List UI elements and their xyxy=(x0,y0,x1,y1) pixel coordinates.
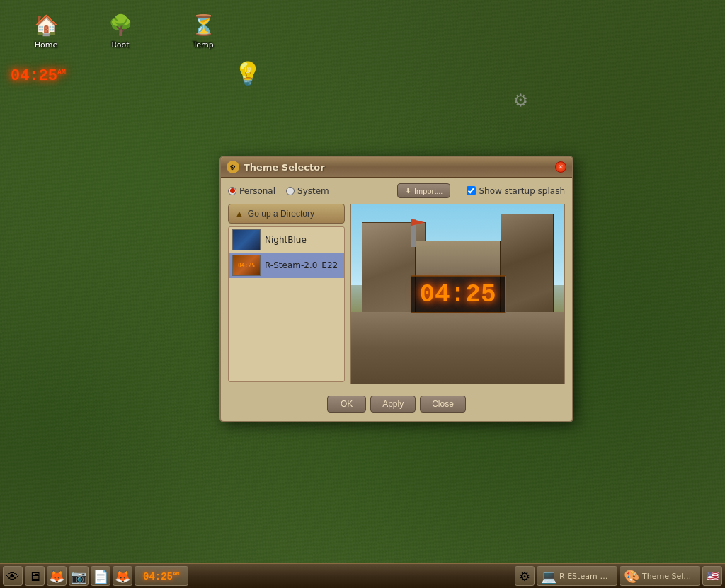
temp-icon-label: Temp xyxy=(193,40,213,50)
system-radio[interactable] xyxy=(286,187,295,195)
theme-thumbnail-rsteam: 04:25 xyxy=(232,255,261,276)
theme-list-panel: ▲ Go up a Directory NightBlue 04:25 xyxy=(228,204,345,384)
taskbar-firefox-item[interactable]: 🦊 xyxy=(47,566,67,586)
personal-radio-label: Personal xyxy=(239,186,275,196)
dialog-options-row: Personal System ⬇ Import... Show startup… xyxy=(228,183,565,198)
dialog-content: Personal System ⬇ Import... Show startup… xyxy=(221,178,572,421)
theme-thumbnail-nightblue xyxy=(232,229,261,250)
taskbar-eye-item[interactable]: 👁 xyxy=(3,566,23,586)
dialog-titlebar: ⚙ Theme Selector ✕ xyxy=(221,157,572,178)
desktop-icon-home[interactable]: 🏠 Home xyxy=(21,11,71,50)
show-splash-checkbox[interactable] xyxy=(467,186,476,195)
taskbar-camera-icon: 📷 xyxy=(71,569,86,584)
dialog-title: Theme Selector xyxy=(244,162,555,173)
desktop-clock: 04:25AM xyxy=(11,67,66,85)
root-icon-label: Root xyxy=(112,40,130,50)
taskbar: 👁 🖥 🦊 📷 📄 🦊 04:25AM ⚙ 💻 R xyxy=(0,563,725,588)
show-splash-label: Show startup splash xyxy=(479,186,565,196)
gear-gadget-icon: ⚙️ xyxy=(513,91,528,110)
arrow-up-icon: ▲ xyxy=(234,208,244,219)
preview-image: 04:25 xyxy=(350,204,565,384)
theme-selector-dialog: ⚙ Theme Selector ✕ Personal System ⬇ Imp… xyxy=(219,156,573,422)
taskbar-doc-icon: 📄 xyxy=(93,569,108,584)
root-icon: 🌳 xyxy=(106,11,135,39)
desktop-icon-root[interactable]: 🌳 Root xyxy=(96,11,145,50)
preview-panel: 04:25 xyxy=(350,204,565,384)
desktop: 🏠 Home 🌳 Root ⏳ Temp 04:25AM 💡 ⚙️ ⚙ Them… xyxy=(0,0,725,588)
taskbar-screen-icon: 🖥 xyxy=(28,569,41,584)
theme-item-rsteam[interactable]: 04:25 R-Steam-2.0_E22 xyxy=(229,253,344,278)
taskbar-firefox2-icon: 🦊 xyxy=(115,569,130,584)
taskbar-screen-item[interactable]: 🖥 xyxy=(25,566,45,586)
taskbar-theme-item[interactable]: 🎨 Theme Sele... xyxy=(620,566,700,586)
show-splash-option: Show startup splash xyxy=(467,186,565,196)
taskbar-clock: 04:25AM xyxy=(139,570,184,582)
temp-icon: ⏳ xyxy=(189,11,217,39)
taskbar-eye-icon: 👁 xyxy=(6,569,19,584)
theme-item-nightblue[interactable]: NightBlue xyxy=(229,227,344,253)
personal-radio[interactable] xyxy=(228,187,236,195)
taskbar-rsteam-item[interactable]: 💻 R-ESteam-E2... xyxy=(537,566,617,586)
dialog-close-button[interactable]: ✕ xyxy=(555,161,566,173)
taskbar-flag-icon: 🇺🇸 xyxy=(707,570,719,582)
home-icon-label: Home xyxy=(35,40,57,50)
personal-radio-group: Personal xyxy=(228,186,275,196)
taskbar-gear-item[interactable]: ⚙ xyxy=(515,566,535,586)
taskbar-gear-icon: ⚙ xyxy=(519,569,530,584)
theme-name-nightblue: NightBlue xyxy=(265,235,307,245)
system-radio-label: System xyxy=(297,186,329,196)
desktop-icon-temp[interactable]: ⏳ Temp xyxy=(178,11,228,50)
lamp-gadget-icon: 💡 xyxy=(234,60,262,87)
theme-name-rsteam: R-Steam-2.0_E22 xyxy=(265,260,338,270)
taskbar-firefox2-item[interactable]: 🦊 xyxy=(113,566,132,586)
taskbar-rsteam-label: R-ESteam-E2... xyxy=(556,572,613,581)
taskbar-clock-item: 04:25AM xyxy=(135,566,188,586)
preview-clock: 04:25 xyxy=(410,275,505,313)
preview-ground xyxy=(351,312,564,384)
taskbar-doc-item[interactable]: 📄 xyxy=(91,566,110,586)
taskbar-flag-item[interactable]: 🇺🇸 xyxy=(702,566,722,586)
taskbar-theme-label: Theme Sele... xyxy=(639,572,696,581)
preview-scene: 04:25 xyxy=(351,204,564,384)
dialog-title-icon: ⚙ xyxy=(227,161,239,173)
import-button[interactable]: ⬇ Import... xyxy=(397,183,450,198)
import-icon: ⬇ xyxy=(405,186,411,195)
apply-button[interactable]: Apply xyxy=(370,396,416,413)
home-icon: 🏠 xyxy=(32,11,60,39)
taskbar-firefox-icon: 🦊 xyxy=(49,569,64,584)
ok-button[interactable]: OK xyxy=(327,396,366,413)
go-up-directory-button[interactable]: ▲ Go up a Directory xyxy=(228,204,345,224)
system-radio-group: System xyxy=(286,186,329,196)
dialog-buttons: OK Apply Close xyxy=(228,390,565,415)
dialog-main-content: ▲ Go up a Directory NightBlue 04:25 xyxy=(228,204,565,384)
rsteam-thumb-inner: 04:25 xyxy=(233,255,260,275)
taskbar-rsteam-icon: 💻 xyxy=(541,569,556,584)
close-button[interactable]: Close xyxy=(420,396,466,413)
taskbar-camera-item[interactable]: 📷 xyxy=(69,566,89,586)
taskbar-theme-icon: 🎨 xyxy=(624,569,639,584)
theme-list: NightBlue 04:25 R-Steam-2.0_E22 xyxy=(228,226,345,382)
